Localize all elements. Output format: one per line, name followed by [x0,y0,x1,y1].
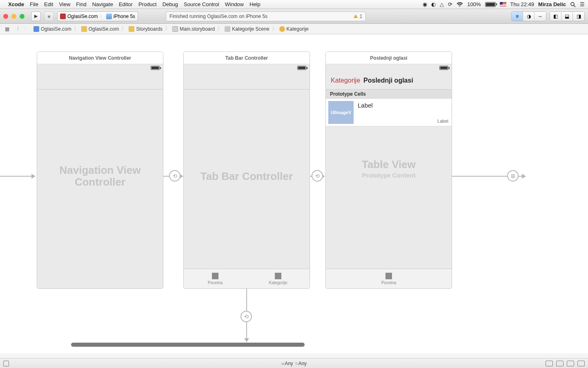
scene-title[interactable]: Poslednji oglasi [326,52,452,64]
user-name[interactable]: Mirza Delic [538,1,566,7]
storyboard-canvas[interactable]: Navigation View Controller Navigation Vi… [0,34,588,353]
prototype-cell[interactable]: UIImageV Label Label [326,99,452,126]
tab-icon [275,273,281,279]
resolve-issues-button[interactable] [567,361,574,366]
window-close-button[interactable] [3,14,8,19]
scene-tabbar-vc[interactable]: Tab Bar Controller Tab Bar Controller Po… [183,52,310,289]
clock[interactable]: Thu 22:49 [510,1,535,7]
pin-button[interactable] [556,361,564,366]
segue-node-down[interactable]: ⟲ [241,311,252,322]
window-minimize-button[interactable] [11,14,16,19]
canvas-bottom-bar: wAny hAny [0,358,588,368]
file-icon [172,26,178,32]
status-bar [326,64,452,72]
battery-percent[interactable]: 100% [467,1,481,7]
jump-bar: ▦ 〈 〉 OglasiSe.com〉 OglasiSe.com〉 Storyb… [0,24,588,34]
stop-button[interactable]: ■ [44,11,54,21]
menu-source-control[interactable]: Source Control [184,1,219,7]
canvas-horizontal-scrollbar[interactable] [71,343,305,347]
assistant-editor-button[interactable]: ◑ [523,12,535,21]
segue-node-relationship[interactable]: ⟲ [312,170,323,182]
size-class-control[interactable]: wAny hAny [281,361,307,366]
tab-item-kategorije[interactable]: Kategorije [247,269,310,288]
menu-view[interactable]: View [59,1,70,7]
toggle-navigator-button[interactable]: ◧ [550,12,561,21]
cell-title-label[interactable]: Label [358,102,373,123]
initial-vc-arrow[interactable] [0,176,35,177]
battery-icon[interactable] [485,2,496,7]
menu-file[interactable]: File [30,1,38,7]
vc-placeholder: Tab Bar Controller [184,171,310,182]
toggle-utilities-button[interactable]: ◨ [573,12,584,21]
folder-icon [129,26,134,32]
scheme-selector[interactable]: OglasiSe.com 〉 iPhone 5s [57,11,138,21]
crumb-scene[interactable]: Kategorije Scene [223,26,271,32]
align-button[interactable] [546,361,553,366]
run-button[interactable]: ▶ [31,11,41,21]
navigation-bar[interactable] [37,72,163,90]
nav-title[interactable]: Poslednji oglasi [363,77,413,84]
window-toolbar: ▶ ■ OglasiSe.com 〉 iPhone 5s Finished ru… [0,9,588,24]
warning-count: 1 [359,13,362,19]
menu-edit[interactable]: Edit [44,1,53,7]
tableview-placeholder: Table View [326,158,452,171]
prototype-cells-header: Prototype Cells [326,90,452,99]
crumb-object[interactable]: Kategorije [278,26,310,32]
scene-title[interactable]: Navigation View Controller [37,52,163,64]
crumb-project[interactable]: OglasiSe.com [32,26,73,32]
scene-navigation-vc[interactable]: Navigation View Controller Navigation Vi… [37,52,163,289]
menu-find[interactable]: Find [76,1,86,7]
nav-back-button[interactable]: Kategorije [331,77,360,84]
flag-icon[interactable] [500,2,506,7]
segue-node-embed[interactable]: ⊞ [507,170,519,182]
sync-icon[interactable]: ⟳ [448,1,452,7]
version-editor-button[interactable]: ↔ [535,12,546,21]
crumb-folder-1[interactable]: OglasiSe.com [80,26,121,32]
toggle-debug-area-button[interactable]: ⬓ [561,12,573,21]
menu-help[interactable]: Help [249,1,261,7]
document-outline-toggle[interactable] [3,361,9,366]
segue-node-root[interactable]: ⟲ [169,170,180,182]
warning-icon [354,14,358,18]
crumb-storyboard[interactable]: Main.storyboard [171,26,216,32]
scheme-device-name: iPhone 5s [114,13,135,19]
notification-center-icon[interactable]: ☰ [580,1,585,7]
dnd-icon[interactable]: ◐ [431,1,436,7]
wifi-icon[interactable] [457,2,463,7]
cell-imageview[interactable]: UIImageV [328,101,354,124]
menu-editor[interactable]: Editor [119,1,133,7]
spotlight-icon[interactable] [570,2,576,7]
traffic-lights [3,14,24,19]
menu-product[interactable]: Product [138,1,157,7]
drive-icon[interactable]: △ [440,1,444,7]
viber-icon[interactable]: ◉ [423,1,427,7]
folder-icon [81,26,87,32]
related-items-button[interactable]: ▦ [2,25,11,33]
editor-mode-segmented: ≡ ◑ ↔ [511,11,546,21]
warnings-indicator[interactable]: 1 [354,13,362,19]
scene-poslednji-oglasi[interactable]: Poslednji oglasi Kategorije Poslednji og… [325,52,452,289]
navigation-bar[interactable] [184,72,310,90]
scheme-app-icon [60,13,66,19]
tab-bar[interactable]: Pocetna Kategorije [184,269,310,288]
tab-item-pocetna[interactable]: Pocetna [184,269,247,288]
scheme-app-name: OglasiSe.com [67,13,98,19]
crumb-folder-2[interactable]: Storyboards [127,26,164,32]
menu-navigate[interactable]: Navigate [92,1,113,7]
back-button[interactable]: 〈 [12,25,21,33]
menu-window[interactable]: Window [225,1,244,7]
tab-bar[interactable]: Pocetna [326,269,452,288]
tab-item-pocetna[interactable]: Pocetna [326,269,452,288]
cell-detail-label[interactable]: Label [437,119,448,123]
battery-icon [151,66,160,70]
window-zoom-button[interactable] [20,14,24,19]
menu-debug[interactable]: Debug [163,1,178,7]
scene-title[interactable]: Tab Bar Controller [184,52,310,64]
activity-viewer[interactable]: Finished running OglasiSe.com on iPhone … [166,11,366,21]
forward-button[interactable]: 〉 [22,25,31,33]
navigation-bar[interactable]: Kategorije Poslednji oglasi [326,72,452,90]
resizing-button[interactable] [577,361,585,366]
standard-editor-button[interactable]: ≡ [512,12,523,21]
svg-point-0 [571,2,574,6]
app-name[interactable]: Xcode [8,1,24,7]
